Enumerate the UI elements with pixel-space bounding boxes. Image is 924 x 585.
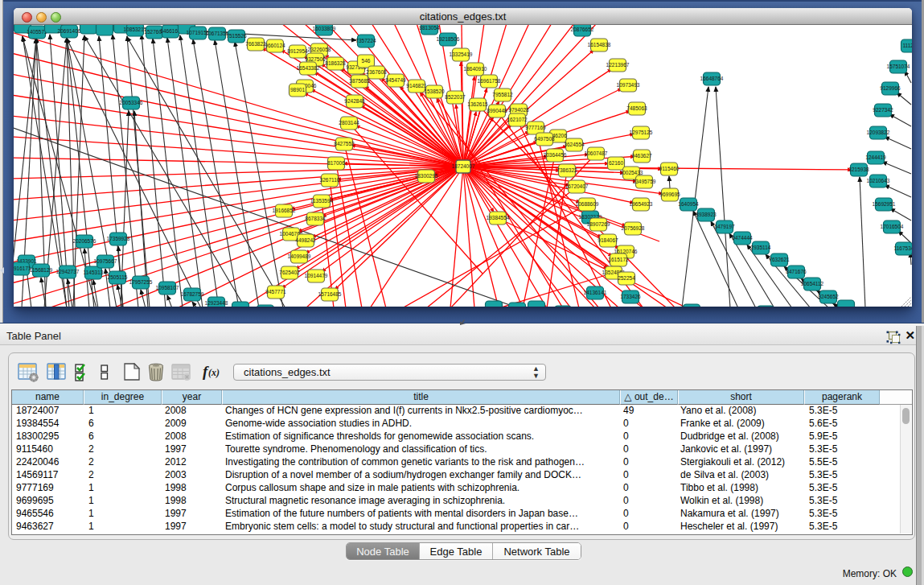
svg-text:14099489: 14099489 — [288, 253, 311, 259]
svg-text:16154838: 16154838 — [588, 42, 611, 47]
svg-text:3215938: 3215938 — [848, 167, 869, 172]
svg-text:8454749: 8454749 — [385, 77, 406, 83]
svg-text:18300295: 18300295 — [415, 173, 438, 179]
svg-text:12975125: 12975125 — [630, 130, 653, 135]
svg-text:1167534: 1167534 — [894, 245, 912, 251]
svg-text:15716485: 15716485 — [318, 291, 342, 297]
svg-text:15751074: 15751074 — [887, 64, 910, 69]
svg-text:10975667: 10975667 — [94, 258, 117, 264]
svg-text:8813054: 8813054 — [419, 25, 440, 31]
svg-text:1733426: 1733426 — [620, 294, 641, 299]
svg-text:9777169: 9777169 — [525, 125, 546, 130]
svg-text:19166852: 19166852 — [273, 208, 296, 213]
svg-text:7485063: 7485063 — [626, 105, 647, 111]
svg-text:1145313: 1145313 — [84, 270, 104, 275]
svg-text:16961758: 16961758 — [478, 78, 501, 84]
svg-text:62160: 62160 — [609, 160, 623, 166]
svg-text:9227342: 9227342 — [873, 107, 893, 113]
svg-text:18724007: 18724007 — [452, 163, 475, 169]
svg-text:7632621: 7632621 — [769, 257, 790, 262]
svg-text:12942737: 12942737 — [56, 269, 80, 274]
svg-text:9146821: 9146821 — [406, 83, 427, 89]
svg-text:3916171: 3916171 — [14, 266, 31, 271]
svg-text:14136141: 14136141 — [584, 290, 607, 295]
svg-text:10654112: 10654112 — [801, 281, 824, 286]
svg-text:17016504: 17016504 — [881, 224, 904, 229]
svg-text:1362615: 1362615 — [467, 101, 488, 107]
svg-text:6497508: 6497508 — [534, 136, 555, 142]
svg-text:10025433: 10025433 — [620, 170, 643, 175]
svg-text:8471676: 8471676 — [786, 269, 807, 274]
svg-text:9115460: 9115460 — [659, 166, 680, 171]
svg-text:2935114: 2935114 — [751, 245, 771, 250]
svg-text:1538520: 1538520 — [424, 89, 445, 94]
svg-text:9327506: 9327506 — [305, 56, 326, 62]
svg-text:3267110: 3267110 — [320, 177, 340, 183]
svg-text:9463627: 9463627 — [631, 153, 652, 159]
svg-text:16648764: 16648764 — [700, 76, 724, 81]
svg-text:8938923: 8938923 — [696, 212, 717, 217]
svg-text:9457771: 9457771 — [265, 289, 286, 295]
svg-text:8186328: 8186328 — [325, 60, 346, 66]
svg-text:16720407: 16720407 — [565, 183, 589, 189]
svg-text:9184067: 9184067 — [598, 237, 618, 243]
svg-text:17957255: 17957255 — [129, 279, 153, 285]
svg-text:12923448: 12923448 — [205, 300, 228, 306]
svg-text:11124: 11124 — [902, 43, 912, 48]
svg-text:4498242: 4498242 — [295, 237, 316, 243]
svg-text:1615172: 1615172 — [608, 257, 629, 262]
svg-text:16033809: 16033809 — [313, 26, 336, 31]
svg-text:10914479: 10914479 — [305, 273, 328, 278]
svg-text:15692951: 15692951 — [873, 201, 896, 207]
svg-text:12093822: 12093822 — [867, 130, 890, 135]
svg-text:20756928: 20756928 — [622, 225, 645, 231]
svg-text:8990448: 8990448 — [487, 108, 507, 113]
svg-text:7515526: 7515526 — [226, 33, 247, 39]
svg-text:1621072: 1621072 — [507, 117, 528, 122]
svg-text:1244419: 1244419 — [865, 154, 886, 160]
svg-text:9699695: 9699695 — [659, 192, 680, 197]
svg-text:9245652: 9245652 — [818, 294, 839, 299]
svg-text:16543382: 16543382 — [297, 65, 320, 71]
svg-text:7955812: 7955812 — [492, 92, 513, 97]
svg-text:10607487: 10607487 — [585, 150, 608, 156]
svg-text:546: 546 — [362, 58, 371, 64]
svg-text:9129966: 9129966 — [880, 85, 901, 91]
svg-text:10973493: 10973493 — [617, 82, 640, 88]
svg-text:9794028: 9794028 — [508, 107, 529, 113]
svg-text:18640910: 18640910 — [464, 66, 487, 72]
svg-text:11353594: 11353594 — [310, 198, 334, 204]
svg-text:23226058: 23226058 — [308, 47, 331, 52]
svg-text:8522037: 8522037 — [445, 94, 466, 100]
svg-text:10210643: 10210643 — [867, 178, 890, 183]
svg-text:98901: 98901 — [290, 87, 305, 93]
svg-text:18907269: 18907269 — [587, 221, 610, 227]
svg-text:16782759: 16782759 — [181, 291, 204, 297]
svg-text:20053346: 20053346 — [120, 100, 143, 105]
svg-text:20691406: 20691406 — [58, 28, 81, 34]
svg-text:19384554: 19384554 — [487, 215, 510, 220]
svg-text:9660124: 9660124 — [265, 43, 285, 48]
svg-text:252254: 252254 — [618, 275, 635, 281]
svg-text:9474444: 9474444 — [732, 235, 753, 241]
svg-text:7625402: 7625402 — [279, 270, 300, 275]
svg-text:17359928: 17359928 — [107, 236, 130, 241]
svg-text:19654923: 19654923 — [630, 201, 653, 207]
svg-text:8912954: 8912954 — [287, 48, 308, 54]
svg-text:2803144: 2803144 — [339, 120, 359, 126]
svg-text:10958107: 10958107 — [156, 285, 179, 290]
svg-text:8427552: 8427552 — [334, 141, 355, 146]
svg-text:3624554: 3624554 — [564, 142, 585, 147]
svg-text:817006: 817006 — [327, 160, 345, 166]
svg-text:19218506: 19218506 — [437, 36, 460, 42]
svg-text:10688609: 10688609 — [576, 201, 599, 207]
svg-text:7663822: 7663822 — [245, 41, 266, 47]
svg-text:7357224: 7357224 — [355, 38, 376, 43]
svg-text:20876652: 20876652 — [571, 27, 594, 32]
svg-text:2367608: 2367608 — [366, 69, 387, 75]
svg-text:8678334: 8678334 — [305, 216, 326, 221]
svg-text:3875685: 3875685 — [349, 78, 370, 84]
svg-text:7386322: 7386322 — [556, 167, 577, 173]
svg-text:(x): (x) — [208, 367, 220, 378]
svg-text:11568129: 11568129 — [30, 267, 53, 273]
